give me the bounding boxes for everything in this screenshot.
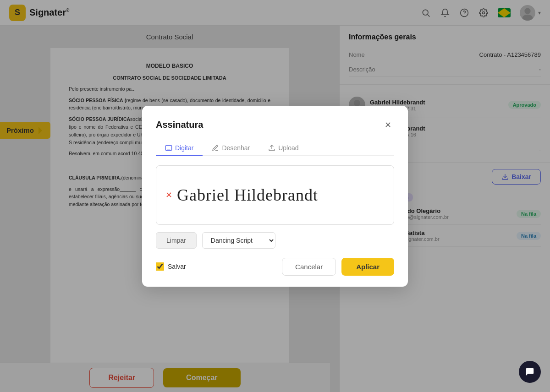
chat-bubble[interactable] — [519, 361, 541, 383]
modal-tabs: Digitar Desenhar Upload — [156, 141, 394, 156]
keyboard-icon — [165, 144, 172, 152]
tab-digitar[interactable]: Digitar — [156, 141, 203, 156]
modal-title: Assinatura — [156, 120, 203, 130]
modal-header: Assinatura ✕ — [156, 119, 394, 131]
tab-digitar-label: Digitar — [175, 144, 193, 152]
salvar-text: Salvar — [168, 263, 186, 270]
tab-upload[interactable]: Upload — [259, 141, 308, 156]
salvar-label[interactable]: Salvar — [156, 262, 186, 271]
modal-overlay[interactable]: Assinatura ✕ Digitar Desenhar Upl — [0, 0, 550, 392]
pen-icon — [212, 144, 219, 152]
cancelar-button[interactable]: Cancelar — [282, 258, 336, 276]
modal-footer: Salvar Cancelar Aplicar — [156, 258, 394, 276]
footer-buttons: Cancelar Aplicar — [282, 258, 394, 276]
tab-desenhar-label: Desenhar — [222, 144, 250, 152]
signature-controls: Limpar Dancing Script Great Vibes Pacifi… — [156, 232, 394, 249]
salvar-checkbox[interactable] — [156, 262, 164, 271]
upload-icon — [268, 144, 275, 152]
font-selector[interactable]: Dancing Script Great Vibes Pacifico Sacr… — [202, 232, 275, 249]
signature-modal: Assinatura ✕ Digitar Desenhar Upl — [142, 106, 408, 287]
modal-close-button[interactable]: ✕ — [381, 119, 394, 131]
tab-upload-label: Upload — [278, 144, 298, 152]
clear-signature-x[interactable]: ✕ — [165, 190, 172, 200]
limpar-button[interactable]: Limpar — [156, 232, 197, 249]
signature-preview: Gabriel Hildebrandt — [177, 185, 318, 205]
chat-icon — [525, 367, 535, 377]
signature-canvas[interactable]: ✕ Gabriel Hildebrandt — [156, 165, 394, 225]
tab-desenhar[interactable]: Desenhar — [203, 141, 259, 156]
aplicar-button[interactable]: Aplicar — [341, 258, 394, 276]
